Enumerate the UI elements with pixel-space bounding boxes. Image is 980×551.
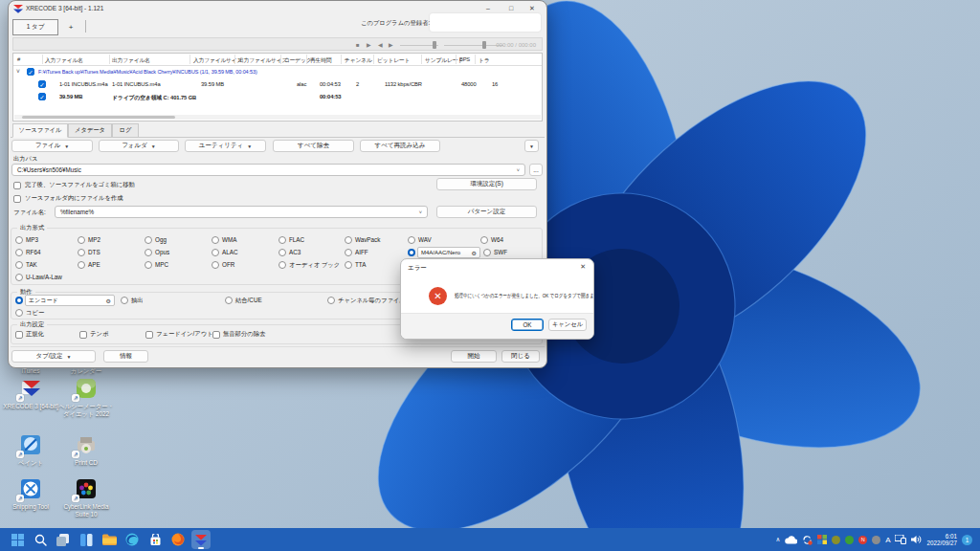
tab-settings-button[interactable]: タブ/設定 ▼	[11, 350, 96, 363]
col-header-input[interactable]: 入力ファイル名	[45, 56, 83, 65]
desktop-icon-xrecode[interactable]: ↗ XRECODE 3 [64-bit]	[1, 376, 60, 410]
row-checkbox[interactable]: ✓	[38, 80, 46, 88]
scrollbar-thumb[interactable]	[22, 116, 175, 119]
format-label[interactable]: OFR	[222, 261, 234, 268]
format-label[interactable]: MP2	[88, 236, 100, 243]
action-label[interactable]: 抽出	[131, 297, 144, 305]
radio-tta[interactable]	[345, 261, 352, 269]
format-label[interactable]: ALAC	[222, 249, 237, 255]
radio-wavpack[interactable]	[345, 236, 352, 244]
group-checkbox[interactable]: ✓	[27, 68, 34, 76]
next-track-icon[interactable]: ▶	[389, 41, 392, 49]
info-button[interactable]: 情報	[103, 350, 148, 363]
col-header-samplerate[interactable]: サンプルレート	[425, 56, 463, 65]
table-group-row[interactable]: ˅ ✓ F:¥iTunes Back up¥iTunes Media¥Music…	[13, 66, 542, 78]
radio-ac3[interactable]	[278, 249, 286, 256]
normalize-checkbox[interactable]	[15, 331, 23, 339]
format-settings-gear-icon[interactable]: ⚙	[472, 250, 477, 256]
start-button[interactable]	[8, 530, 27, 549]
radio-dts[interactable]	[78, 249, 85, 256]
previous-track-icon[interactable]: ◀	[378, 41, 382, 49]
desktop-icon-cyberlink[interactable]: ↗ CyberLink Media Suite 10	[56, 476, 116, 518]
move-to-trash-checkbox[interactable]	[13, 182, 21, 189]
combo-arrow-icon[interactable]: ˅	[517, 167, 520, 173]
file-menu-button[interactable]: ファイル ▼	[11, 140, 93, 152]
silence-removal-checkbox[interactable]	[212, 331, 220, 339]
onedrive-icon[interactable]	[785, 536, 797, 544]
utility-menu-button[interactable]: ユーティリティ ▼	[185, 140, 266, 152]
volume-icon[interactable]	[911, 535, 922, 544]
radio-ofr[interactable]	[212, 261, 219, 269]
radio-ape[interactable]	[78, 261, 85, 269]
radio-merge-cue[interactable]	[225, 297, 233, 304]
radio-swf[interactable]	[483, 249, 491, 256]
desktop-icon-itunes[interactable]: iTunes	[1, 367, 60, 375]
remove-all-button[interactable]: すべて除去	[273, 140, 354, 152]
radio-encode[interactable]	[15, 297, 23, 304]
xrecode-taskbar-button[interactable]	[191, 530, 211, 549]
radio-wma[interactable]	[212, 236, 219, 244]
col-header-num[interactable]: #	[17, 56, 20, 62]
encode-option-box[interactable]: エンコード ⚙	[25, 295, 115, 306]
format-label[interactable]: U-Law/A-Law	[26, 274, 62, 280]
tray-app-icon-3[interactable]	[872, 536, 880, 544]
format-label[interactable]: WAV	[418, 236, 432, 243]
firefox-button[interactable]	[168, 530, 188, 549]
format-label[interactable]: SWF	[494, 249, 507, 255]
col-header-track[interactable]: トラ	[479, 56, 489, 65]
format-label[interactable]: MP3	[26, 236, 38, 243]
radio-m4a-aac-nero[interactable]	[408, 249, 415, 256]
radio-mp2[interactable]	[78, 236, 85, 244]
microsoft-store-button[interactable]	[145, 530, 165, 549]
preferences-button[interactable]: 環境設定(S)	[436, 178, 537, 190]
m4a-format-box[interactable]: M4A/AAC/Nero ⚙	[417, 247, 480, 258]
radio-flac[interactable]	[278, 236, 286, 244]
hidden-icons-chevron[interactable]: ∧	[775, 536, 780, 543]
seek-slider[interactable]	[444, 45, 503, 46]
horizontal-scrollbar[interactable]	[14, 115, 541, 120]
norton-tray-icon[interactable]: N	[858, 536, 867, 544]
expand-caret-icon[interactable]: ˅	[16, 68, 20, 75]
format-label[interactable]: Ogg	[155, 236, 167, 243]
format-label[interactable]: TTA	[355, 261, 366, 268]
radio-extract[interactable]	[121, 297, 128, 304]
format-label[interactable]: FLAC	[289, 236, 304, 243]
radio-mp3[interactable]	[15, 236, 23, 244]
radio-ulaw-alaw[interactable]	[15, 274, 23, 281]
radio-alac[interactable]	[212, 249, 219, 256]
search-button[interactable]	[31, 530, 50, 549]
volume-slider-handle[interactable]	[433, 41, 436, 49]
seek-slider-handle[interactable]	[482, 41, 486, 49]
tray-app-icon-2[interactable]	[845, 536, 854, 544]
radio-wav[interactable]	[408, 236, 415, 244]
radio-opus[interactable]	[145, 249, 152, 256]
ime-indicator[interactable]: A	[885, 536, 890, 544]
radio-split-per-channel[interactable]	[327, 297, 335, 304]
dialog-close-icon[interactable]: ✕	[580, 263, 586, 271]
silence-removal-label[interactable]: 無音部分の除去	[223, 330, 265, 339]
radio-rf64[interactable]	[15, 249, 23, 256]
desktop-icon-paint[interactable]: ↗ ペイント	[1, 432, 60, 467]
tab-1[interactable]: 1 タブ	[12, 19, 58, 35]
tempo-label[interactable]: テンポ	[90, 330, 108, 339]
ok-button[interactable]: OK	[511, 319, 544, 331]
close-app-button[interactable]: 閉じる	[501, 350, 540, 363]
desktop-icon-print-cd[interactable]: ↗ Print CD	[56, 432, 116, 467]
tab-log[interactable]: ログ	[112, 123, 139, 138]
browse-button[interactable]: ...	[529, 164, 543, 176]
tempo-checkbox[interactable]	[79, 331, 87, 339]
radio-ogg[interactable]	[145, 236, 152, 244]
tab-metadata[interactable]: メタデータ	[68, 123, 112, 138]
tab-source-files[interactable]: ソースファイル	[12, 123, 68, 138]
create-in-source-folder-checkbox[interactable]	[13, 195, 21, 203]
row-checkbox[interactable]: ✓	[38, 93, 46, 100]
table-row[interactable]: ✓ 1-01 INCUBUS.m4a 1-01 INCUBUS.m4a 39.5…	[13, 78, 542, 91]
col-header-channels[interactable]: チャンネル	[345, 56, 372, 65]
format-label[interactable]: RF64	[26, 249, 40, 255]
radio-w64[interactable]	[480, 236, 488, 244]
start-button[interactable]: 開始	[451, 350, 497, 363]
more-toolbar-button[interactable]: ▼	[524, 140, 539, 152]
format-label[interactable]: Opus	[155, 249, 169, 255]
format-label[interactable]: W64	[491, 236, 503, 243]
notification-badge[interactable]: 1	[962, 535, 972, 545]
